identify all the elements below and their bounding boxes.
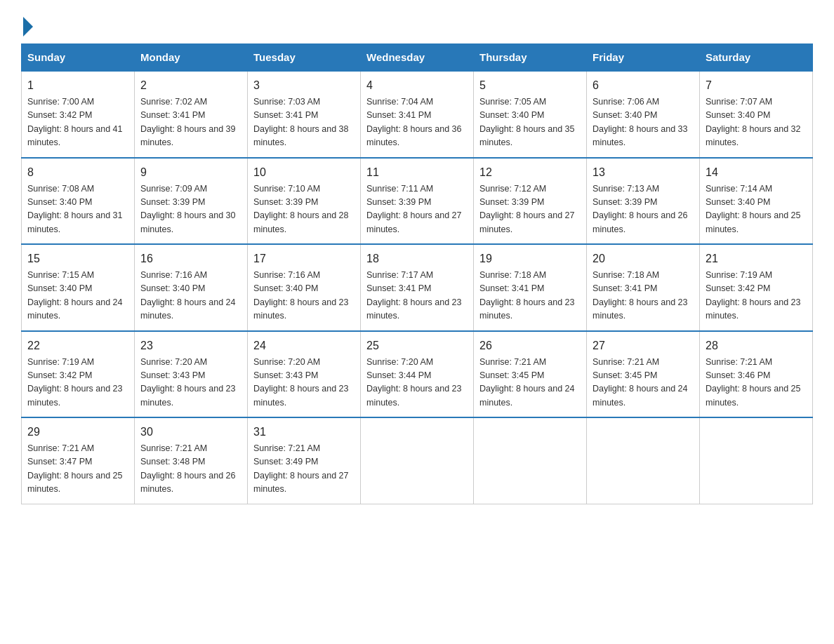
day-number: 12 [479,164,581,181]
day-number: 29 [27,424,128,441]
calendar-day-9: 9Sunrise: 7:09 AMSunset: 3:39 PMDaylight… [135,158,248,245]
day-number: 7 [706,77,807,94]
day-number: 10 [253,164,355,181]
calendar-day-21: 21Sunrise: 7:19 AMSunset: 3:42 PMDayligh… [700,244,813,331]
day-info: Sunrise: 7:05 AMSunset: 3:40 PMDaylight:… [479,95,581,150]
day-number: 30 [140,424,241,441]
calendar-empty-cell [587,417,700,504]
day-number: 27 [593,337,694,354]
calendar-header-monday: Monday [135,44,248,72]
day-info: Sunrise: 7:21 AMSunset: 3:45 PMDaylight:… [479,356,581,410]
calendar-week-row-2: 8Sunrise: 7:08 AMSunset: 3:40 PMDaylight… [22,158,813,245]
calendar-day-16: 16Sunrise: 7:16 AMSunset: 3:40 PMDayligh… [135,244,248,331]
calendar-day-5: 5Sunrise: 7:05 AMSunset: 3:40 PMDaylight… [474,71,587,158]
calendar-header-row: SundayMondayTuesdayWednesdayThursdayFrid… [22,44,813,72]
day-info: Sunrise: 7:18 AMSunset: 3:41 PMDaylight:… [479,269,581,323]
day-info: Sunrise: 7:02 AMSunset: 3:41 PMDaylight:… [140,95,241,150]
day-info: Sunrise: 7:21 AMSunset: 3:46 PMDaylight:… [706,356,807,410]
calendar-empty-cell [361,417,474,504]
day-number: 25 [366,337,468,354]
day-number: 3 [253,77,355,94]
calendar-day-6: 6Sunrise: 7:06 AMSunset: 3:40 PMDaylight… [587,71,700,158]
day-number: 5 [479,77,581,94]
calendar-day-20: 20Sunrise: 7:18 AMSunset: 3:41 PMDayligh… [587,244,700,331]
calendar-week-row-3: 15Sunrise: 7:15 AMSunset: 3:40 PMDayligh… [22,244,813,331]
day-info: Sunrise: 7:19 AMSunset: 3:42 PMDaylight:… [706,269,807,323]
day-info: Sunrise: 7:20 AMSunset: 3:43 PMDaylight:… [140,356,241,410]
calendar-day-31: 31Sunrise: 7:21 AMSunset: 3:49 PMDayligh… [248,417,361,504]
calendar-table: SundayMondayTuesdayWednesdayThursdayFrid… [21,43,813,504]
day-number: 26 [479,337,581,354]
day-info: Sunrise: 7:00 AMSunset: 3:42 PMDaylight:… [27,95,128,150]
day-info: Sunrise: 7:16 AMSunset: 3:40 PMDaylight:… [140,269,241,323]
day-info: Sunrise: 7:08 AMSunset: 3:40 PMDaylight:… [27,182,128,237]
calendar-week-row-4: 22Sunrise: 7:19 AMSunset: 3:42 PMDayligh… [22,331,813,418]
calendar-day-30: 30Sunrise: 7:21 AMSunset: 3:48 PMDayligh… [135,417,248,504]
calendar-day-2: 2Sunrise: 7:02 AMSunset: 3:41 PMDaylight… [135,71,248,158]
calendar-day-25: 25Sunrise: 7:20 AMSunset: 3:44 PMDayligh… [361,331,474,418]
calendar-week-row-1: 1Sunrise: 7:00 AMSunset: 3:42 PMDaylight… [22,71,813,158]
calendar-header-friday: Friday [587,44,700,72]
day-info: Sunrise: 7:20 AMSunset: 3:43 PMDaylight:… [253,356,355,410]
day-number: 1 [27,77,128,94]
day-info: Sunrise: 7:15 AMSunset: 3:40 PMDaylight:… [27,269,128,323]
calendar-header-tuesday: Tuesday [248,44,361,72]
day-info: Sunrise: 7:17 AMSunset: 3:41 PMDaylight:… [366,269,468,323]
calendar-day-28: 28Sunrise: 7:21 AMSunset: 3:46 PMDayligh… [700,331,813,418]
day-number: 4 [366,77,468,94]
day-info: Sunrise: 7:13 AMSunset: 3:39 PMDaylight:… [593,182,694,237]
day-info: Sunrise: 7:07 AMSunset: 3:40 PMDaylight:… [706,95,807,150]
calendar-day-14: 14Sunrise: 7:14 AMSunset: 3:40 PMDayligh… [700,158,813,245]
calendar-day-23: 23Sunrise: 7:20 AMSunset: 3:43 PMDayligh… [135,331,248,418]
day-number: 18 [366,250,468,267]
calendar-header-saturday: Saturday [700,44,813,72]
day-info: Sunrise: 7:21 AMSunset: 3:48 PMDaylight:… [140,442,241,497]
day-number: 21 [706,250,807,267]
day-number: 28 [706,337,807,354]
logo [21,14,33,36]
day-info: Sunrise: 7:10 AMSunset: 3:39 PMDaylight:… [253,182,355,237]
day-number: 15 [27,250,128,267]
calendar-day-13: 13Sunrise: 7:13 AMSunset: 3:39 PMDayligh… [587,158,700,245]
day-number: 19 [479,250,581,267]
calendar-day-3: 3Sunrise: 7:03 AMSunset: 3:41 PMDaylight… [248,71,361,158]
calendar-day-4: 4Sunrise: 7:04 AMSunset: 3:41 PMDaylight… [361,71,474,158]
calendar-day-26: 26Sunrise: 7:21 AMSunset: 3:45 PMDayligh… [474,331,587,418]
day-info: Sunrise: 7:18 AMSunset: 3:41 PMDaylight:… [593,269,694,323]
day-number: 9 [140,164,241,181]
calendar-day-11: 11Sunrise: 7:11 AMSunset: 3:39 PMDayligh… [361,158,474,245]
day-info: Sunrise: 7:21 AMSunset: 3:47 PMDaylight:… [27,442,128,497]
calendar-header-wednesday: Wednesday [361,44,474,72]
calendar-day-18: 18Sunrise: 7:17 AMSunset: 3:41 PMDayligh… [361,244,474,331]
calendar-week-row-5: 29Sunrise: 7:21 AMSunset: 3:47 PMDayligh… [22,417,813,504]
day-info: Sunrise: 7:06 AMSunset: 3:40 PMDaylight:… [593,95,694,150]
day-info: Sunrise: 7:21 AMSunset: 3:49 PMDaylight:… [253,442,355,497]
calendar-day-17: 17Sunrise: 7:16 AMSunset: 3:40 PMDayligh… [248,244,361,331]
day-number: 20 [593,250,694,267]
calendar-day-22: 22Sunrise: 7:19 AMSunset: 3:42 PMDayligh… [22,331,135,418]
calendar-day-27: 27Sunrise: 7:21 AMSunset: 3:45 PMDayligh… [587,331,700,418]
calendar-empty-cell [474,417,587,504]
day-number: 23 [140,337,241,354]
day-number: 16 [140,250,241,267]
day-info: Sunrise: 7:14 AMSunset: 3:40 PMDaylight:… [706,182,807,237]
calendar-day-10: 10Sunrise: 7:10 AMSunset: 3:39 PMDayligh… [248,158,361,245]
calendar-day-15: 15Sunrise: 7:15 AMSunset: 3:40 PMDayligh… [22,244,135,331]
calendar-day-19: 19Sunrise: 7:18 AMSunset: 3:41 PMDayligh… [474,244,587,331]
day-info: Sunrise: 7:20 AMSunset: 3:44 PMDaylight:… [366,356,468,410]
calendar-header-thursday: Thursday [474,44,587,72]
calendar-day-12: 12Sunrise: 7:12 AMSunset: 3:39 PMDayligh… [474,158,587,245]
day-number: 2 [140,77,241,94]
day-number: 17 [253,250,355,267]
day-number: 6 [593,77,694,94]
day-info: Sunrise: 7:16 AMSunset: 3:40 PMDaylight:… [253,269,355,323]
day-info: Sunrise: 7:03 AMSunset: 3:41 PMDaylight:… [253,95,355,150]
day-number: 14 [706,164,807,181]
day-info: Sunrise: 7:12 AMSunset: 3:39 PMDaylight:… [479,182,581,237]
calendar-day-29: 29Sunrise: 7:21 AMSunset: 3:47 PMDayligh… [22,417,135,504]
day-number: 24 [253,337,355,354]
calendar-day-8: 8Sunrise: 7:08 AMSunset: 3:40 PMDaylight… [22,158,135,245]
day-number: 8 [27,164,128,181]
day-number: 31 [253,424,355,441]
logo-arrow-icon [23,17,33,36]
